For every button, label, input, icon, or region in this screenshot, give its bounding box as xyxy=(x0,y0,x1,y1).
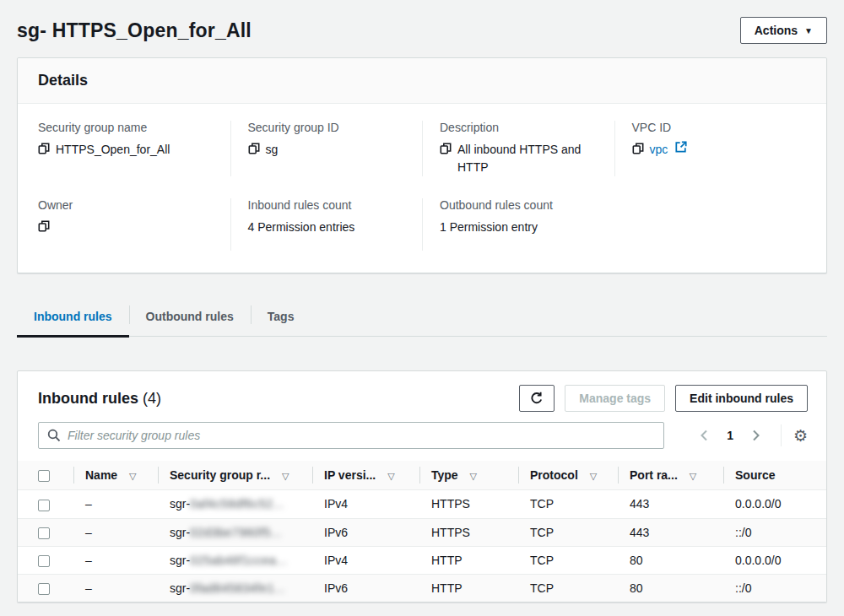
table-row-count: (4) xyxy=(143,390,161,407)
field-inbound-rules-count: Inbound rules count 4 Permission entries xyxy=(230,198,423,251)
field-label: VPC ID xyxy=(632,121,807,134)
column-header-source: Source xyxy=(735,468,775,482)
field-value: 4 Permission entries xyxy=(248,219,355,236)
actions-button[interactable]: Actions ▼ xyxy=(740,17,827,44)
cell-type: HTTPS xyxy=(419,518,518,546)
cell-type: HTTP xyxy=(419,546,518,574)
sort-icon[interactable]: ▽ xyxy=(470,471,477,481)
sort-icon[interactable]: ▽ xyxy=(690,471,696,481)
column-header-protocol: Protocol xyxy=(530,468,578,482)
details-panel: Details Security group name HTTPS_Open_f… xyxy=(17,57,827,273)
cell-name: – xyxy=(73,546,158,574)
gear-icon: ⚙ xyxy=(793,427,808,445)
cell-source: 0.0.0.0/0 xyxy=(723,546,826,574)
field-label: Security group name xyxy=(38,121,230,134)
external-link-icon[interactable] xyxy=(675,141,687,153)
copy-icon[interactable] xyxy=(38,220,50,232)
inbound-rules-panel: Inbound rules (4) Manage tags Edit inbou… xyxy=(17,370,827,602)
table-row: – sgr-02d3be7960f5... IPv6 HTTPS TCP 443… xyxy=(18,518,826,546)
sort-icon[interactable]: ▽ xyxy=(282,471,289,481)
refresh-button[interactable] xyxy=(519,385,555,412)
field-outbound-rules-count: Outbound rules count 1 Permission entry xyxy=(422,198,614,251)
cell-type: HTTPS xyxy=(419,490,518,518)
cell-ip-version: IPv4 xyxy=(312,546,419,574)
copy-icon[interactable] xyxy=(248,143,260,154)
field-value: HTTPS_Open_for_All xyxy=(56,141,170,159)
cell-sgr-id: sgr-025ab48f1ccea... xyxy=(158,546,312,574)
previous-page-button[interactable] xyxy=(691,425,718,446)
cell-port-range: 80 xyxy=(618,546,723,574)
select-all-checkbox[interactable] xyxy=(38,470,50,482)
row-checkbox[interactable] xyxy=(38,555,50,567)
sort-icon[interactable]: ▽ xyxy=(387,471,394,481)
field-vpc-id: VPC ID vpc xyxy=(614,121,807,176)
row-checkbox[interactable] xyxy=(38,583,50,595)
next-page-button[interactable] xyxy=(742,425,769,446)
redacted-sgr-id: 02d3be7960f5... xyxy=(190,526,282,539)
cell-ip-version: IPv6 xyxy=(312,575,419,602)
table-header-bar: Inbound rules (4) Manage tags Edit inbou… xyxy=(18,371,826,422)
chevron-left-icon xyxy=(698,429,711,442)
pagination: 1 ⚙ xyxy=(691,424,808,446)
sort-icon[interactable]: ▽ xyxy=(129,471,136,481)
cell-port-range: 443 xyxy=(618,490,723,518)
filter-bar: 1 ⚙ xyxy=(18,422,826,461)
field-owner: Owner xyxy=(38,198,230,251)
field-description: Description All inbound HTTPS and HTTP xyxy=(422,121,614,176)
tab-outbound-rules[interactable]: Outbound rules xyxy=(129,297,251,336)
vpc-link[interactable]: vpc xyxy=(650,141,668,159)
cell-ip-version: IPv4 xyxy=(312,490,419,518)
table-row: – sgr-0af4c58df6c52... IPv4 HTTPS TCP 44… xyxy=(18,490,826,518)
column-header-type: Type xyxy=(431,468,458,482)
copy-icon[interactable] xyxy=(440,143,452,154)
table-title: Inbound rules (4) xyxy=(38,390,161,408)
cell-protocol: TCP xyxy=(518,490,618,518)
copy-icon[interactable] xyxy=(38,143,50,154)
tab-tags[interactable]: Tags xyxy=(251,297,311,336)
filter-search-box[interactable] xyxy=(38,422,664,449)
cell-protocol: TCP xyxy=(518,575,618,602)
chevron-right-icon xyxy=(749,429,762,442)
table-row: – sgr-025ab48f1ccea... IPv4 HTTP TCP 80 … xyxy=(18,546,826,574)
divider xyxy=(781,424,782,446)
filter-input[interactable] xyxy=(68,429,655,442)
sort-icon[interactable]: ▽ xyxy=(590,471,597,481)
field-value: 1 Permission entry xyxy=(440,219,538,236)
cell-sgr-id: sgr-0af4c58df6c52... xyxy=(158,490,312,518)
cell-name: – xyxy=(73,575,158,602)
column-header-port-range: Port ra... xyxy=(630,468,678,482)
cell-name: – xyxy=(73,490,158,518)
details-grid: Security group name HTTPS_Open_for_All S… xyxy=(18,104,826,273)
inbound-rules-tbody: – sgr-0af4c58df6c52... IPv4 HTTPS TCP 44… xyxy=(18,490,826,602)
tabs: Inbound rules Outbound rules Tags xyxy=(17,297,827,337)
redacted-sgr-id: 0af4c58df6c52... xyxy=(190,497,284,511)
empty-grid-cell xyxy=(614,198,807,251)
row-checkbox[interactable] xyxy=(38,527,50,539)
cell-sgr-id: sgr-02d3be7960f5... xyxy=(158,518,312,546)
redacted-sgr-id: 0fad845834fe1... xyxy=(190,581,285,595)
cell-protocol: TCP xyxy=(518,546,618,574)
table-settings-button[interactable]: ⚙ xyxy=(793,428,808,444)
field-label: Description xyxy=(440,121,614,134)
cell-port-range: 80 xyxy=(618,575,723,602)
copy-icon[interactable] xyxy=(632,143,644,154)
row-checkbox[interactable] xyxy=(38,500,50,511)
page-header: sg- HTTPS_Open_for_All Actions ▼ xyxy=(17,0,827,57)
cell-port-range: 443 xyxy=(618,518,723,546)
cell-name: – xyxy=(73,518,158,546)
field-label: Owner xyxy=(38,198,230,212)
cell-ip-version: IPv6 xyxy=(312,518,419,546)
column-header-ip-version: IP versi... xyxy=(324,468,376,482)
edit-inbound-rules-button[interactable]: Edit inbound rules xyxy=(675,385,808,412)
table-actions: Manage tags Edit inbound rules xyxy=(519,385,808,412)
manage-tags-button[interactable]: Manage tags xyxy=(565,385,665,412)
security-group-page: sg- HTTPS_Open_for_All Actions ▼ Details… xyxy=(0,0,844,602)
cell-sgr-id: sgr-0fad845834fe1... xyxy=(158,575,312,602)
details-title: Details xyxy=(38,72,806,89)
table-row: – sgr-0fad845834fe1... IPv6 HTTP TCP 80 … xyxy=(18,575,826,602)
tab-inbound-rules[interactable]: Inbound rules xyxy=(17,297,129,336)
column-header-sgr-id: Security group r... xyxy=(170,468,270,482)
details-panel-header: Details xyxy=(18,58,826,104)
table-title-text: Inbound rules xyxy=(38,390,138,407)
field-label: Security group ID xyxy=(248,121,423,134)
